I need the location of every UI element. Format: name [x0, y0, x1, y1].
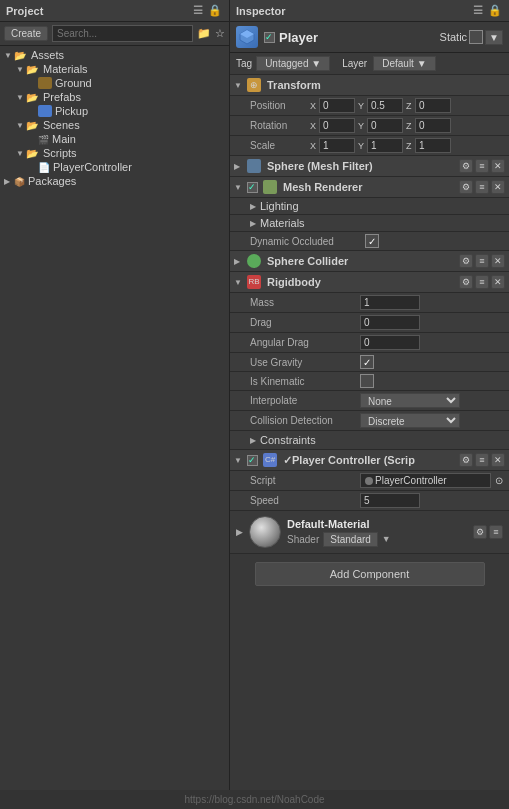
- mesh-renderer-active-checkbox[interactable]: [247, 182, 258, 193]
- add-component-button[interactable]: Add Component: [255, 562, 485, 586]
- rotation-z-group: Z: [406, 118, 451, 133]
- rigidbody-more-btn[interactable]: ≡: [475, 275, 489, 289]
- mesh-filter-close-btn[interactable]: ✕: [491, 159, 505, 173]
- rotation-y-input[interactable]: [367, 118, 403, 133]
- player-controller-more-btn[interactable]: ≡: [475, 453, 489, 467]
- mesh-filter-header[interactable]: ▶ Sphere (Mesh Filter) ⚙ ≡ ✕: [230, 156, 509, 177]
- scenes-label: Scenes: [43, 119, 80, 131]
- project-search-input[interactable]: [52, 25, 193, 42]
- is-kinematic-checkbox[interactable]: [360, 374, 374, 388]
- materials-section-header[interactable]: ▶ Materials: [230, 215, 509, 232]
- mesh-renderer-more-btn[interactable]: ≡: [475, 180, 489, 194]
- player-controller-active-checkbox[interactable]: [247, 455, 258, 466]
- scenes-folder-icon: [26, 119, 40, 131]
- script-picker-icon[interactable]: ⊙: [495, 475, 503, 486]
- gameobject-header: Player Static ▼: [230, 22, 509, 53]
- use-gravity-checkbox[interactable]: [360, 355, 374, 369]
- constraints-row[interactable]: ▶ Constraints: [230, 431, 509, 450]
- scripts-label: Scripts: [43, 147, 77, 159]
- tree-item-packages[interactable]: ▶ Packages: [0, 174, 229, 188]
- gameobject-name[interactable]: Player: [279, 30, 318, 45]
- materials-label: Materials: [260, 217, 305, 229]
- scale-y-input[interactable]: [367, 138, 403, 153]
- scale-y-label: Y: [358, 141, 366, 151]
- scale-x-label: X: [310, 141, 318, 151]
- mesh-filter-actions: ⚙ ≡ ✕: [459, 159, 505, 173]
- tree-item-assets[interactable]: ▼ Assets: [0, 48, 229, 62]
- mesh-filter-more-btn[interactable]: ≡: [475, 159, 489, 173]
- tree-item-playercontroller[interactable]: PlayerController: [0, 160, 229, 174]
- rigidbody-close-btn[interactable]: ✕: [491, 275, 505, 289]
- sphere-collider-header[interactable]: ▶ Sphere Collider ⚙ ≡ ✕: [230, 251, 509, 272]
- scripts-folder-icon: [26, 147, 40, 159]
- angular-drag-input[interactable]: [360, 335, 420, 350]
- tree-item-prefabs[interactable]: ▼ Prefabs: [0, 90, 229, 104]
- sphere-collider-settings-btn[interactable]: ⚙: [459, 254, 473, 268]
- static-dropdown[interactable]: ▼: [485, 30, 503, 45]
- material-expand-arrow[interactable]: ▶: [236, 527, 243, 537]
- scale-x-input[interactable]: [319, 138, 355, 153]
- static-checkbox[interactable]: [469, 30, 483, 44]
- inspector-menu-icon[interactable]: ☰: [472, 4, 484, 16]
- player-controller-header[interactable]: ▼ C# ✓Player Controller (Scrip ⚙ ≡ ✕: [230, 450, 509, 471]
- rotation-z-input[interactable]: [415, 118, 451, 133]
- drag-input[interactable]: [360, 315, 420, 330]
- star-icon[interactable]: ☆: [215, 27, 225, 40]
- sphere-collider-more-btn[interactable]: ≡: [475, 254, 489, 268]
- tag-value: Untagged: [265, 58, 308, 69]
- sphere-collider-close-btn[interactable]: ✕: [491, 254, 505, 268]
- position-z-input[interactable]: [415, 98, 451, 113]
- inspector-lock-icon[interactable]: 🔒: [487, 4, 503, 16]
- panel-lock-icon[interactable]: 🔒: [207, 4, 223, 16]
- panel-menu-icon[interactable]: ☰: [192, 4, 204, 16]
- mesh-renderer-header[interactable]: ▼ Mesh Renderer ⚙ ≡ ✕: [230, 177, 509, 198]
- position-y-group: Y: [358, 98, 403, 113]
- rotation-x-input[interactable]: [319, 118, 355, 133]
- player-controller-close-btn[interactable]: ✕: [491, 453, 505, 467]
- main-label: Main: [52, 133, 76, 145]
- rotation-y-label: Y: [358, 121, 366, 131]
- mass-input[interactable]: [360, 295, 420, 310]
- create-button[interactable]: Create: [4, 26, 48, 41]
- inspector-header-icons: ☰ 🔒: [472, 4, 503, 17]
- rigidbody-title: Rigidbody: [267, 276, 456, 288]
- collision-detection-select[interactable]: Discrete: [360, 413, 460, 428]
- dynamic-occluded-checkbox[interactable]: [365, 234, 379, 248]
- project-toolbar: Create 📁 ☆: [0, 22, 229, 46]
- tree-item-materials[interactable]: ▼ Materials: [0, 62, 229, 76]
- mass-label: Mass: [250, 297, 360, 308]
- mesh-renderer-close-btn[interactable]: ✕: [491, 180, 505, 194]
- speed-row: Speed: [230, 491, 509, 511]
- position-y-input[interactable]: [367, 98, 403, 113]
- materials-label: Materials: [43, 63, 88, 75]
- interpolate-select[interactable]: None: [360, 393, 460, 408]
- lighting-section-header[interactable]: ▶ Lighting: [230, 198, 509, 215]
- layer-dropdown[interactable]: Default ▼: [373, 56, 435, 71]
- rigidbody-settings-btn[interactable]: ⚙: [459, 275, 473, 289]
- tree-item-scenes[interactable]: ▼ Scenes: [0, 118, 229, 132]
- material-settings-btn[interactable]: ⚙: [473, 525, 487, 539]
- pickup-prefab-icon: [38, 105, 52, 117]
- rigidbody-header[interactable]: ▼ RB Rigidbody ⚙ ≡ ✕: [230, 272, 509, 293]
- scale-z-input[interactable]: [415, 138, 451, 153]
- transform-component-header[interactable]: ▼ ⊕ Transform: [230, 75, 509, 96]
- rotation-y-group: Y: [358, 118, 403, 133]
- player-controller-settings-btn[interactable]: ⚙: [459, 453, 473, 467]
- mesh-renderer-body: ▶ Lighting ▶ Materials Dynamic Occluded: [230, 198, 509, 251]
- tree-item-ground[interactable]: Ground: [0, 76, 229, 90]
- tree-item-pickup[interactable]: Pickup: [0, 104, 229, 118]
- rotation-row: Rotation X Y Z: [230, 116, 509, 136]
- speed-input[interactable]: [360, 493, 420, 508]
- mesh-filter-settings-btn[interactable]: ⚙: [459, 159, 473, 173]
- gameobject-active-checkbox[interactable]: [264, 32, 275, 43]
- folder-icon[interactable]: 📁: [197, 27, 211, 40]
- panel-header-icons: ☰ 🔒: [192, 4, 223, 17]
- material-more-btn[interactable]: ≡: [489, 525, 503, 539]
- mesh-renderer-settings-btn[interactable]: ⚙: [459, 180, 473, 194]
- position-x-input[interactable]: [319, 98, 355, 113]
- tree-item-main[interactable]: Main: [0, 132, 229, 146]
- rotation-x-label: X: [310, 121, 318, 131]
- tree-item-scripts[interactable]: ▼ Scripts: [0, 146, 229, 160]
- shader-dropdown-arrow[interactable]: ▼: [382, 534, 391, 544]
- tag-dropdown[interactable]: Untagged ▼: [256, 56, 330, 71]
